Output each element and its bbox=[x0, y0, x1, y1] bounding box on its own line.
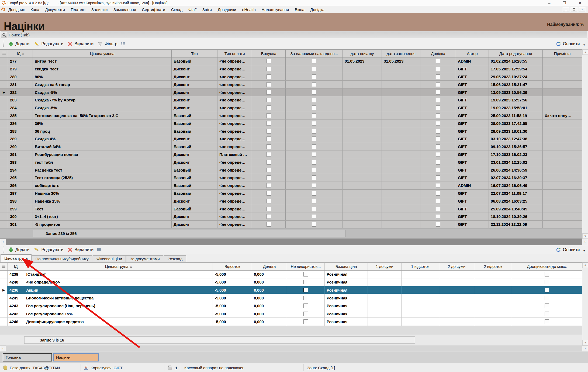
checkbox[interactable] bbox=[267, 207, 271, 211]
checkbox[interactable] bbox=[303, 288, 308, 292]
checkbox[interactable] bbox=[312, 82, 316, 87]
checkbox[interactable] bbox=[545, 288, 549, 292]
add-button-bottom[interactable]: Додати bbox=[7, 247, 31, 253]
table-row[interactable]: 4239!Стандарт-5,0000,000Розничная bbox=[0, 271, 582, 278]
checkbox[interactable] bbox=[436, 222, 440, 227]
checkbox[interactable] bbox=[303, 280, 308, 284]
checkbox[interactable] bbox=[267, 168, 271, 172]
column-header[interactable]: Базова ціна bbox=[325, 263, 368, 270]
column-header[interactable]: Не використов... bbox=[287, 263, 325, 270]
toolbar-grip[interactable] bbox=[3, 247, 4, 253]
checkbox[interactable] bbox=[436, 144, 440, 149]
column-header[interactable]: 1 відсоток bbox=[402, 263, 439, 270]
checkbox[interactable] bbox=[312, 183, 316, 188]
checkbox[interactable] bbox=[267, 74, 271, 79]
table-row[interactable]: ▶4236Акции-5,0000,000Розничная bbox=[0, 286, 582, 294]
checkbox[interactable] bbox=[436, 59, 440, 63]
checkbox[interactable] bbox=[436, 214, 440, 219]
window-tab-головна[interactable]: Головна bbox=[3, 353, 52, 361]
column-header[interactable]: Примітка bbox=[543, 50, 582, 57]
column-header[interactable]: Відсоток bbox=[213, 263, 252, 270]
delete-button-bottom[interactable]: Видалити bbox=[67, 247, 95, 253]
checkbox[interactable] bbox=[545, 280, 549, 284]
checkbox[interactable] bbox=[312, 121, 316, 126]
column-header[interactable]: 1 до суми bbox=[368, 263, 402, 270]
checkbox[interactable] bbox=[312, 207, 316, 211]
checkbox[interactable] bbox=[436, 152, 440, 157]
checkbox[interactable] bbox=[545, 296, 549, 300]
table-row[interactable]: 28080%Дисконт<не опреде…GIFT29.05.2023 1… bbox=[0, 73, 582, 81]
table-row[interactable]: 3003+1=4 (тест)Дисконт<не опреде…GIFT18.… bbox=[0, 213, 582, 221]
horizontal-scrollbar[interactable]: ‹ › bbox=[0, 345, 588, 352]
checkbox[interactable] bbox=[312, 222, 316, 227]
column-header[interactable]: дата початку bbox=[343, 50, 382, 57]
checkbox[interactable] bbox=[267, 59, 271, 63]
delete-button[interactable]: Видалити bbox=[67, 41, 95, 47]
checkbox[interactable] bbox=[312, 168, 316, 172]
table-row[interactable]: 293тест таблДисконт<не опреде…GIFT23.01.… bbox=[0, 158, 582, 166]
columns-icon[interactable] bbox=[97, 248, 102, 252]
window-tab-націнки[interactable]: Націнки bbox=[53, 353, 99, 361]
tab-3[interactable]: Фіксовані ціни bbox=[93, 255, 126, 262]
checkbox[interactable] bbox=[436, 82, 440, 87]
column-header[interactable]: 2 відсоток bbox=[474, 263, 512, 270]
table-row[interactable]: 296собівартістьБазовый<не опреде…ADMIN16… bbox=[0, 182, 582, 190]
scroll-right-icon[interactable]: › bbox=[582, 239, 588, 245]
column-header[interactable]: Цінова група△ bbox=[24, 263, 213, 270]
table-row[interactable]: 28836 процБазовый<не опреде…GIFT28.09.20… bbox=[0, 127, 582, 135]
checkbox[interactable] bbox=[303, 303, 308, 308]
table-row[interactable]: 283Скидка -7% by АртурДисконт<не опреде…… bbox=[0, 96, 582, 104]
checkbox[interactable] bbox=[436, 199, 440, 203]
restore-button[interactable]: ❐ bbox=[563, 1, 566, 5]
checkbox[interactable] bbox=[303, 272, 308, 277]
table-row[interactable]: ▶282Скидка -5%Дисконт<не опреде…GIFT13.0… bbox=[0, 88, 582, 96]
checkbox[interactable] bbox=[312, 90, 316, 95]
checkbox[interactable] bbox=[267, 222, 271, 227]
checkbox[interactable] bbox=[436, 98, 440, 102]
column-header[interactable]: 2 до суми bbox=[439, 263, 474, 270]
checkbox[interactable] bbox=[267, 98, 271, 102]
checkbox[interactable] bbox=[436, 105, 440, 110]
table-row[interactable]: 295Тест столица (2525)Базовый<не опреде…… bbox=[0, 174, 582, 182]
table-row[interactable]: 291Реинбурсация полнаяДисконтПлатежный …… bbox=[0, 151, 582, 159]
checkbox[interactable] bbox=[267, 67, 271, 71]
horizontal-scrollbar[interactable]: ‹ › bbox=[0, 239, 588, 245]
checkbox[interactable] bbox=[267, 105, 271, 110]
edit-button[interactable]: Редагувати bbox=[33, 41, 65, 47]
checkbox[interactable] bbox=[267, 214, 271, 219]
vertical-scrollbar[interactable]: ∧ ∨ bbox=[582, 262, 588, 345]
checkbox[interactable] bbox=[312, 136, 316, 141]
checkbox[interactable] bbox=[436, 175, 440, 180]
checkbox[interactable] bbox=[267, 191, 271, 196]
menu-item-замовлення[interactable]: Замовлення bbox=[110, 7, 139, 12]
scroll-left-icon[interactable]: ‹ bbox=[0, 345, 6, 352]
table-row[interactable]: 4242Гос.регулирование 15%-5,0000,000Розн… bbox=[0, 310, 582, 318]
checkbox[interactable] bbox=[312, 74, 316, 79]
column-header[interactable]: ІД bbox=[8, 263, 24, 270]
columns-icon[interactable] bbox=[120, 42, 125, 46]
checkbox[interactable] bbox=[312, 191, 316, 196]
checkbox[interactable] bbox=[545, 303, 549, 308]
menu-item-довідка[interactable]: Довідка bbox=[307, 7, 327, 12]
checkbox[interactable] bbox=[436, 191, 440, 196]
menu-item-залишки[interactable]: Залишки bbox=[88, 7, 110, 12]
refresh-button[interactable]: Оновити ▼ bbox=[556, 42, 585, 46]
checkbox[interactable] bbox=[267, 199, 271, 203]
refresh-button-bottom[interactable]: Оновити ▼ bbox=[556, 247, 585, 252]
minimize-button[interactable]: – bbox=[548, 1, 551, 5]
checkbox[interactable] bbox=[312, 113, 316, 118]
table-row[interactable]: 279скидка_тестДисконт<не опреде…GIFT17.0… bbox=[0, 65, 582, 73]
tab-4[interactable]: За документами bbox=[126, 255, 164, 262]
table-row[interactable]: 4240<не определено>-5,0000,000Розничная bbox=[0, 278, 582, 286]
checkbox[interactable] bbox=[545, 319, 549, 324]
checkbox[interactable] bbox=[436, 67, 440, 71]
table-row[interactable]: 290Виталий 34%Базовый<не опреде…GIFT09.1… bbox=[0, 143, 582, 151]
table-row[interactable]: 299ТестБазовый<не опреде…GIFT25.09.2024 … bbox=[0, 205, 582, 213]
table-row[interactable]: 4246Дезинфицирующие средства-5,0000,000Р… bbox=[0, 318, 582, 326]
checkbox[interactable] bbox=[436, 136, 440, 141]
toolbar-grip[interactable] bbox=[3, 41, 4, 47]
checkbox[interactable] bbox=[436, 129, 440, 134]
table-row[interactable]: 4245Биологически активные вещества-5,000… bbox=[0, 294, 582, 302]
checkbox[interactable] bbox=[545, 272, 549, 277]
table-row[interactable]: 297Націнка 30%Базовый<не опреде…GIFT22.0… bbox=[0, 190, 582, 197]
